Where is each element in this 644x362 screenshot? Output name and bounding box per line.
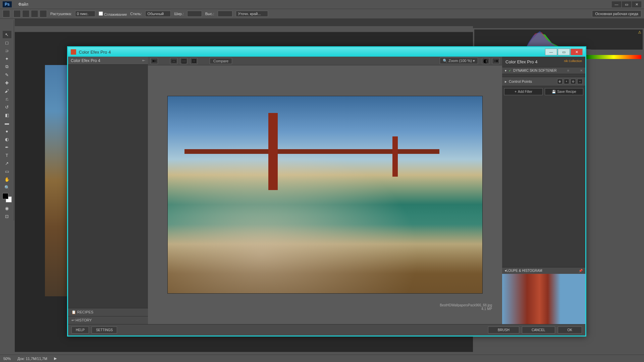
pen-tool-icon[interactable]: ✒ xyxy=(3,143,11,151)
crop-tool-icon[interactable]: ⧉ xyxy=(3,63,11,70)
check-icon[interactable]: ✓ xyxy=(508,69,511,72)
loupe-header[interactable]: ▾ LOUPE & HISTOGRAM 📌 xyxy=(502,267,585,274)
minimize-icon[interactable]: — xyxy=(612,1,621,7)
loupe-preview[interactable] xyxy=(502,274,585,324)
brush-tool-icon[interactable]: 🖌 xyxy=(3,87,11,95)
eraser-tool-icon[interactable]: ◧ xyxy=(3,111,11,119)
lasso-tool-icon[interactable]: ⊃ xyxy=(3,47,11,54)
blur-tool-icon[interactable]: ● xyxy=(3,127,11,135)
selmode-new-icon[interactable] xyxy=(13,10,21,17)
cep-maximize-icon[interactable]: ▭ xyxy=(558,49,570,55)
cep-app-icon xyxy=(71,49,76,55)
preview-area[interactable]: BestHDWallpapersPack966_68.jpg 4.1 MP xyxy=(148,65,502,324)
add-filter-button[interactable]: + Add Filter xyxy=(504,88,543,95)
cep-preview-panel: ⇤ ▭ ◫ ⊟ Compare 🔍 Zoom (100 %) ▾ ◐ ⇥ Bes… xyxy=(148,57,502,324)
shape-tool-icon[interactable]: ▭ xyxy=(3,168,11,175)
cep-collapse-left-icon[interactable]: ⇤ xyxy=(151,58,158,64)
selmode-add-icon[interactable] xyxy=(22,10,30,17)
path-tool-icon[interactable]: ↗ xyxy=(3,160,11,167)
close-icon[interactable]: ✕ xyxy=(632,1,641,7)
brush-button[interactable]: BRUSH xyxy=(488,326,519,334)
collapse-icon[interactable]: ⇤ xyxy=(142,58,145,63)
expand-icon[interactable]: ▸ xyxy=(505,79,507,84)
save-recipe-button[interactable]: 💾 Save Recipe xyxy=(545,88,583,95)
cep-bg-toggle-icon[interactable]: ◐ xyxy=(482,58,489,64)
help-button[interactable]: HELP xyxy=(71,326,89,334)
view-split-v-icon[interactable]: ⊟ xyxy=(190,58,198,64)
workspace-switcher[interactable]: Основная рабочая среда xyxy=(592,10,641,17)
cep-minimize-icon[interactable]: — xyxy=(545,49,557,55)
feather-input[interactable] xyxy=(75,11,95,17)
feather-label: Растушевка: xyxy=(50,12,72,16)
play-icon[interactable]: ▶ xyxy=(54,356,57,361)
dodge-tool-icon[interactable]: ◐ xyxy=(3,135,11,143)
selmode-sub-icon[interactable] xyxy=(31,10,38,17)
tool-preset-icon[interactable] xyxy=(3,10,10,17)
quickmask-icon[interactable]: ◉ xyxy=(3,204,11,212)
control-points-label: Control Points xyxy=(509,79,532,83)
type-tool-icon[interactable]: T xyxy=(3,152,11,159)
cep-footer: HELP SETTINGS BRUSH CANCEL OK xyxy=(68,324,585,336)
hand-tool-icon[interactable]: ✋ xyxy=(3,176,11,183)
wand-tool-icon[interactable]: ✦ xyxy=(3,55,11,62)
stamp-tool-icon[interactable]: ⎌ xyxy=(3,95,11,103)
cp-sub-icon[interactable]: − xyxy=(577,79,583,84)
move-tool-icon[interactable]: ↖ xyxy=(3,31,11,38)
nik-brand: nik Collection xyxy=(564,59,582,63)
expand-icon[interactable]: ▾ xyxy=(505,69,506,72)
cep-recipes-section[interactable]: 📋 RECIPES xyxy=(68,308,148,316)
screenmode-icon[interactable]: ⊡ xyxy=(3,213,11,220)
cancel-button[interactable]: CANCEL xyxy=(522,326,555,334)
cep-toolbar: ⇤ ▭ ◫ ⊟ Compare 🔍 Zoom (100 %) ▾ ◐ ⇥ xyxy=(148,57,502,65)
cep-left-title: Color Efex Pro 4 xyxy=(71,58,100,63)
width-input[interactable] xyxy=(187,11,202,17)
filter-header-label: DYNAMIC SKIN SOFTENER xyxy=(513,69,556,72)
style-label: Стиль: xyxy=(130,12,142,16)
cp-sub-minus-icon[interactable]: ⊖ xyxy=(571,79,576,84)
refine-edge-button[interactable]: Уточн. край... xyxy=(236,11,268,17)
cp-add-icon[interactable]: + xyxy=(564,79,569,84)
cep-collapse-right-icon[interactable]: ⇥ xyxy=(492,58,499,64)
menu-Файл[interactable]: Файл xyxy=(15,2,32,7)
cep-history-section[interactable]: ↩ HISTORY xyxy=(68,316,148,324)
cep-window-title: Color Efex Pro 4 xyxy=(79,50,111,55)
warning-icon: ⚠ xyxy=(638,30,641,35)
history-brush-icon[interactable]: ↺ xyxy=(3,103,11,111)
settings-button[interactable]: SETTINGS xyxy=(92,326,117,334)
image-info: BestHDWallpapersPack966_68.jpg 4.1 MP xyxy=(440,303,492,311)
preview-image xyxy=(167,96,483,294)
width-label: Шир.: xyxy=(174,12,183,16)
selmode-int-icon[interactable] xyxy=(40,10,47,17)
pin-icon[interactable]: 📌 xyxy=(579,269,583,273)
cp-add-plus-icon[interactable]: ⊕ xyxy=(557,79,562,84)
height-input[interactable] xyxy=(218,11,232,17)
marquee-tool-icon[interactable]: ◻ xyxy=(3,39,11,46)
zoom-tool-icon[interactable]: 🔍 xyxy=(3,184,11,191)
ok-button[interactable]: OK xyxy=(558,326,582,334)
antialias-checkbox[interactable]: Сглаживание xyxy=(99,11,127,16)
filter-header[interactable]: ▾ ✓ DYNAMIC SKIN SOFTENER ≡ ✕ xyxy=(502,67,585,74)
cep-close-icon[interactable]: ✕ xyxy=(571,49,583,55)
cep-titlebar[interactable]: Color Efex Pro 4 — ▭ ✕ xyxy=(68,47,585,57)
healing-tool-icon[interactable]: ✚ xyxy=(3,79,11,86)
gradient-tool-icon[interactable]: ▬ xyxy=(3,119,11,127)
filter-remove-icon[interactable]: ✕ xyxy=(580,69,583,72)
filter-menu-icon[interactable]: ≡ xyxy=(567,69,569,72)
doc-size-readout: Док: 11,7M/11,7M xyxy=(17,357,47,361)
view-single-icon[interactable]: ▭ xyxy=(170,58,177,64)
options-bar: Растушевка: Сглаживание Стиль: Обычный Ш… xyxy=(0,9,644,19)
color-swatch[interactable] xyxy=(2,193,12,202)
cep-filter-panel: Color Efex Pro 4 ⇤ 📋 RECIPES ↩ HISTORY xyxy=(68,57,148,324)
view-split-h-icon[interactable]: ◫ xyxy=(180,58,187,64)
cep-right-title: Color Efex Pro 4 nik Collection xyxy=(502,57,585,67)
cep-left-header: Color Efex Pro 4 ⇤ xyxy=(68,57,148,65)
toolbox: ↖ ◻ ⊃ ✦ ⧉ ✎ ✚ 🖌 ⎌ ↺ ◧ ▬ ● ◐ ✒ T ↗ ▭ ✋ 🔍 … xyxy=(0,20,14,221)
eyedropper-tool-icon[interactable]: ✎ xyxy=(3,71,11,78)
control-points-row: ▸ Control Points ⊕ + ⊖ − xyxy=(502,77,585,86)
zoom-select[interactable]: 🔍 Zoom (100 %) ▾ xyxy=(440,58,478,64)
color-efex-dialog: Color Efex Pro 4 — ▭ ✕ Color Efex Pro 4 … xyxy=(67,46,586,337)
maximize-icon[interactable]: ▭ xyxy=(622,1,631,7)
ps-logo: Ps xyxy=(3,1,12,7)
compare-button[interactable]: Compare xyxy=(210,58,232,64)
style-select[interactable]: Обычный xyxy=(145,11,171,17)
